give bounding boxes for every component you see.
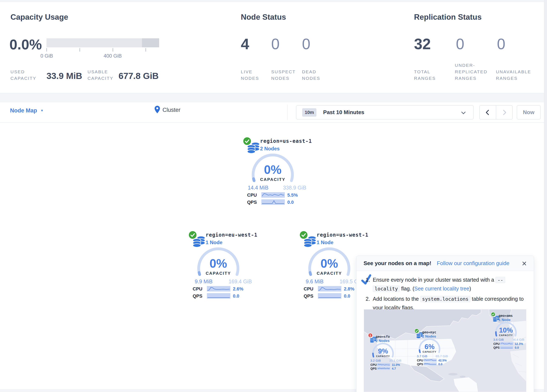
qps-sparkline [207, 293, 230, 299]
caret-down-icon: ▼ [41, 109, 44, 112]
capacity-bar-reserved-segment [142, 38, 159, 47]
step-number: 1. [366, 275, 370, 284]
time-range-badge: 10m [302, 108, 316, 117]
capacity-usage-bar [47, 38, 159, 47]
cpu-label: CPU [417, 359, 423, 362]
qps-value: 0.0 [515, 346, 519, 349]
region-card-us-east-1: region=us-east-1 2 Nodes 0% CAPACITY 14.… [241, 136, 312, 206]
axis-tick [47, 48, 47, 52]
world-map-preview: 1 geo=sfo 2 Nodes 9% CAPACITY 3.2 GiB [364, 309, 526, 392]
capacity-label: CAPACITY [196, 271, 241, 276]
qps-sparkline [424, 363, 437, 365]
capacity-used: 3.2 GiB [367, 359, 384, 362]
cpu-sparkline [424, 359, 437, 362]
database-icon [247, 142, 260, 155]
region-locality-label: region=us-west-1 [317, 232, 368, 238]
database-icon [303, 235, 317, 248]
region-card-eu-west-1: region=eu-west-1 1 Node 0% CAPACITY 9.9 … [186, 229, 258, 300]
qps-row: QPS 0.0 [417, 363, 451, 366]
cpu-label: CPU [304, 286, 313, 292]
capacity-used: 3.7 GiB [413, 354, 431, 358]
locality-flag-code: locality [373, 286, 400, 292]
node-map-canvas: region=us-east-1 2 Nodes 0% CAPACITY 14.… [0, 123, 547, 389]
breadcrumb-cluster-label: Cluster [163, 107, 180, 113]
step-text: Add locations to the [373, 296, 420, 302]
breadcrumb[interactable]: Cluster [155, 106, 180, 114]
region-nodes-link[interactable]: 1 Node [206, 240, 222, 245]
capacity-used: 9.6 MiB [301, 279, 328, 285]
capacity-percent: 0% [250, 163, 295, 177]
dead-nodes-label: DEAD NODES [302, 69, 328, 82]
cpu-sparkline [377, 363, 390, 366]
qps-label: QPS [193, 293, 202, 299]
qps-sparkline [377, 367, 390, 370]
suspect-nodes-label: SUSPECT NODES [271, 69, 298, 82]
locality-tree-link[interactable]: See current locality tree [414, 286, 469, 291]
cpu-value: 5.5% [287, 193, 298, 198]
capacity-used: 9.9 MiB [191, 279, 217, 285]
popup-header: See your nodes on a map! Follow our conf… [356, 256, 534, 271]
region-nodes-link[interactable]: 1 Node [317, 240, 333, 245]
capacity-total: 35.1 GiB [386, 359, 404, 362]
nodes-on-map-popup: See your nodes on a map! Follow our conf… [356, 256, 534, 392]
step-text: Ensure every node in your cluster was st… [373, 277, 495, 283]
chevron-down-icon [461, 111, 466, 114]
capacity-percent: 0% [196, 256, 241, 270]
capacity-label: CAPACITY [307, 271, 352, 276]
cpu-value: 11.0% [392, 363, 400, 366]
view-selector-dropdown[interactable]: Node Map▼ [10, 107, 44, 114]
cpu-label: CPU [493, 342, 500, 345]
time-range-dropdown[interactable]: 10m Past 10 Minutes [296, 105, 473, 119]
used-capacity-value: 33.9 MiB [47, 71, 82, 81]
live-nodes-count: 4 [241, 35, 249, 53]
time-back-button[interactable] [479, 106, 496, 119]
geo-nodes-link[interactable]: 2 Nodes [376, 339, 390, 343]
capacity-usage-title: Capacity Usage [10, 13, 68, 21]
page-scrollbar[interactable] [544, 0, 547, 392]
geo-nodes-link[interactable]: 1 Node [499, 318, 511, 322]
cpu-value: 12.3% [515, 342, 523, 345]
node-status-title: Node Status [241, 13, 286, 21]
region-nodes-link[interactable]: 2 Nodes [260, 146, 280, 151]
qps-value: 0.0 [344, 293, 350, 299]
map-toolbar: Node Map▼ Cluster 10m Past 10 Minutes No… [0, 102, 547, 123]
cpu-label: CPU [370, 363, 377, 366]
close-icon[interactable]: × [522, 260, 527, 267]
qps-sparkline [500, 346, 513, 349]
geo-locality-label: geo=sfo [376, 335, 390, 339]
geo-nodes-link[interactable]: 2 Nodes [422, 334, 436, 339]
capacity-percent: 0% [307, 256, 352, 270]
under-replicated-count: 0 [456, 35, 464, 53]
qps-row: QPS 0.0 [247, 199, 310, 205]
capacity-label: CAPACITY [494, 334, 518, 337]
axis-tick [145, 48, 146, 52]
capacity-total: 169.4 GiB [227, 279, 254, 285]
capacity-total: 65.7 GiB [433, 354, 451, 358]
suspect-nodes-count: 0 [271, 35, 280, 53]
now-button[interactable]: Now [517, 105, 540, 119]
time-forward-button[interactable] [496, 106, 513, 119]
qps-label: QPS [417, 363, 423, 366]
popup-title: See your nodes on a map! [363, 260, 431, 267]
step-text: ) [469, 286, 471, 291]
unavailable-label: UNAVAILABLE RANGES [496, 69, 541, 82]
capacity-used-percent: 0.0% [9, 36, 42, 53]
qps-label: QPS [370, 367, 377, 370]
usable-capacity-value: 677.8 GiB [118, 71, 158, 81]
qps-label: QPS [493, 346, 500, 349]
geo-locality-label: geo=nyc [422, 330, 436, 334]
live-nodes-label: LIVE NODES [241, 69, 267, 82]
capacity-total: 34.4 GiB [509, 338, 526, 341]
map-node-geo-sfo: 1 geo=sfo 2 Nodes 9% CAPACITY 3.2 GiB [368, 333, 403, 371]
capacity-total: 338.9 GiB [281, 185, 308, 191]
capacity-percent: 9% [371, 347, 395, 355]
instruction-step-1: 1. Ensure every node in your cluster was… [366, 275, 529, 293]
configuration-guide-link[interactable]: Follow our configuration guide [437, 260, 510, 267]
qps-sparkline [261, 199, 285, 205]
dead-nodes-count: 0 [302, 35, 310, 53]
cpu-value: 42.5% [438, 359, 447, 362]
view-selector-label: Node Map [10, 107, 37, 114]
capacity-used: 3.6 GiB [490, 338, 507, 341]
chevron-left-icon [485, 110, 491, 115]
system-locations-code: system.locations [420, 296, 471, 302]
